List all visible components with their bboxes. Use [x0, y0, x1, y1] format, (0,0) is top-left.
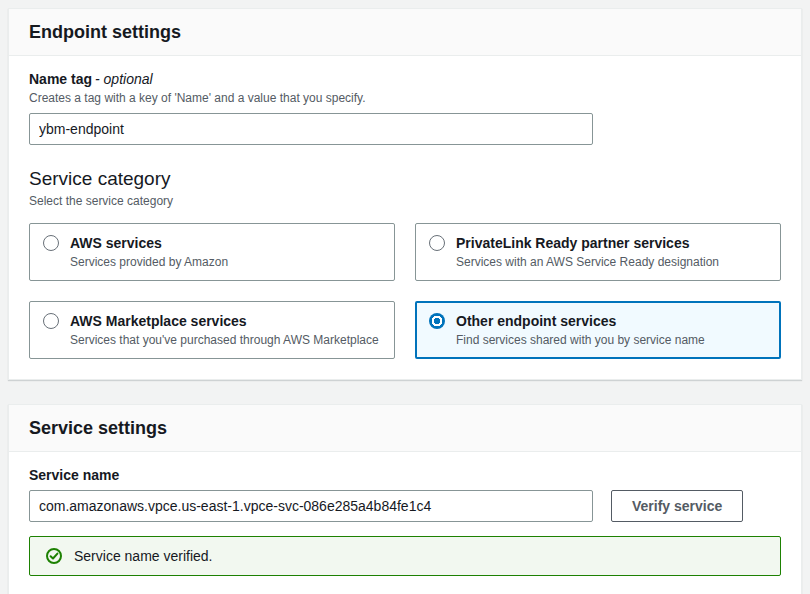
endpoint-settings-body: Name tag- optional Creates a tag with a … — [9, 56, 801, 379]
service-settings-body: Service name Verify service Service name… — [9, 452, 801, 594]
service-name-input[interactable] — [29, 490, 593, 522]
name-tag-label-text: Name tag — [29, 71, 92, 87]
service-settings-header: Service settings — [9, 405, 801, 452]
option-text: AWS Marketplace services Services that y… — [70, 312, 379, 348]
radio-button-icon[interactable] — [43, 313, 59, 329]
option-text: PrivateLink Ready partner services Servi… — [456, 234, 719, 270]
option-text: AWS services Services provided by Amazon — [70, 234, 228, 270]
option-title: Other endpoint services — [456, 312, 705, 330]
name-tag-optional-text: - optional — [95, 71, 153, 87]
option-text: Other endpoint services Find services sh… — [456, 312, 705, 348]
option-description: Services with an AWS Service Ready desig… — [456, 255, 719, 270]
option-description: Find services shared with you by service… — [456, 333, 705, 348]
service-category-option[interactable]: PrivateLink Ready partner services Servi… — [415, 223, 781, 281]
option-title: AWS services — [70, 234, 228, 252]
radio-button-icon[interactable] — [429, 235, 445, 251]
check-circle-icon — [46, 548, 62, 564]
verify-service-button[interactable]: Verify service — [611, 490, 743, 522]
endpoint-settings-title: Endpoint settings — [29, 21, 781, 43]
option-title: PrivateLink Ready partner services — [456, 234, 719, 252]
radio-button-icon[interactable] — [43, 235, 59, 251]
service-category-option[interactable]: Other endpoint services Find services sh… — [415, 301, 781, 359]
service-name-label: Service name — [29, 466, 781, 484]
success-alert-message: Service name verified. — [74, 548, 213, 564]
service-settings-title: Service settings — [29, 417, 781, 439]
name-tag-input[interactable] — [29, 113, 593, 145]
service-settings-panel: Service settings Service name Verify ser… — [8, 404, 802, 594]
page: Endpoint settings Name tag- optional Cre… — [0, 0, 810, 594]
service-category-description: Select the service category — [29, 194, 781, 209]
success-alert: Service name verified. — [29, 536, 781, 576]
option-description: Services provided by Amazon — [70, 255, 228, 270]
service-category-option[interactable]: AWS Marketplace services Services that y… — [29, 301, 395, 359]
endpoint-settings-header: Endpoint settings — [9, 9, 801, 56]
service-name-row: Verify service — [29, 490, 781, 522]
option-description: Services that you've purchased through A… — [70, 333, 379, 348]
radio-button-icon[interactable] — [429, 313, 445, 329]
service-category-option[interactable]: AWS services Services provided by Amazon — [29, 223, 395, 281]
endpoint-settings-panel: Endpoint settings Name tag- optional Cre… — [8, 8, 802, 380]
option-title: AWS Marketplace services — [70, 312, 379, 330]
name-tag-label: Name tag- optional — [29, 70, 781, 88]
name-tag-description: Creates a tag with a key of 'Name' and a… — [29, 91, 781, 106]
service-category-heading: Service category — [29, 167, 781, 191]
service-category-options: AWS services Services provided by Amazon… — [29, 223, 781, 359]
